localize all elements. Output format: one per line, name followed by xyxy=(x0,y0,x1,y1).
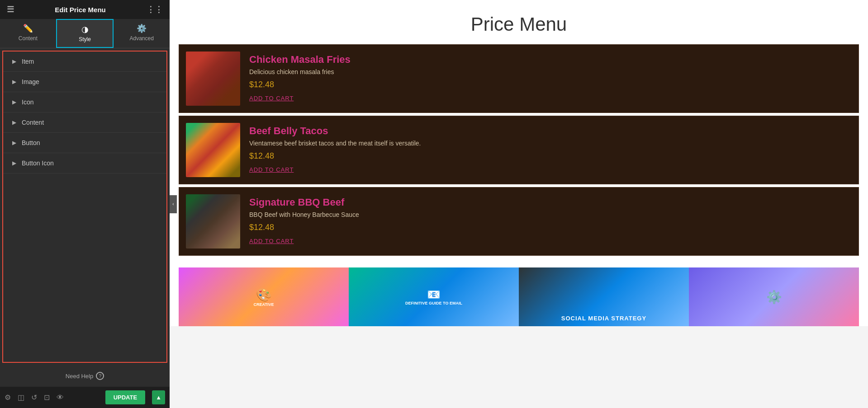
menu-item-desc-3: BBQ Beef with Honey Barbecue Sauce xyxy=(249,211,852,218)
section-button-icon[interactable]: ▶ Button Icon xyxy=(3,153,166,174)
section-arrow-button-icon: ▶ xyxy=(12,160,16,166)
menu-item-info-3: Signature BBQ Beef BBQ Beef with Honey B… xyxy=(249,194,852,247)
section-content[interactable]: ▶ Content xyxy=(3,113,166,133)
menu-item-image-1 xyxy=(186,52,240,106)
layers-bottom-icon[interactable]: ◫ xyxy=(18,393,24,402)
right-content: Price Menu Chicken Masala Fries Deliciou… xyxy=(170,0,868,408)
tab-style[interactable]: ◑ Style xyxy=(56,19,114,48)
add-to-cart-btn-3[interactable]: ADD TO CART xyxy=(249,238,294,244)
menu-item-info-1: Chicken Masala Fries Delicious chicken m… xyxy=(249,52,852,104)
panel-header: ☰ Edit Price Menu ⋮⋮ xyxy=(0,0,170,19)
tab-style-label: Style xyxy=(79,36,91,42)
menu-item-2: Beef Belly Tacos Vientamese beef brisket… xyxy=(179,116,859,184)
section-arrow-content: ▶ xyxy=(12,119,16,126)
menu-item: Chicken Masala Fries Delicious chicken m… xyxy=(179,44,859,113)
tab-advanced[interactable]: ⚙️ Advanced xyxy=(114,19,170,48)
thumbnail-4[interactable]: ⚙️ xyxy=(689,267,859,326)
left-panel: ☰ Edit Price Menu ⋮⋮ ✏️ Content ◑ Style … xyxy=(0,0,170,408)
section-image-label: Image xyxy=(22,78,39,85)
section-image[interactable]: ▶ Image xyxy=(3,72,166,92)
add-to-cart-btn-2[interactable]: ADD TO CART xyxy=(249,166,294,173)
thumbnail-1[interactable]: 🎨 CREATIVE xyxy=(179,267,349,326)
responsive-bottom-icon[interactable]: ⊡ xyxy=(44,393,50,402)
help-circle-icon[interactable]: ? xyxy=(96,372,104,380)
menu-item-price-1: $12.48 xyxy=(249,80,852,89)
settings-bottom-icon[interactable]: ⚙ xyxy=(5,393,11,402)
section-item-label: Item xyxy=(22,58,34,65)
menu-item-price-3: $12.48 xyxy=(249,223,852,232)
collapse-handle[interactable]: ‹ xyxy=(170,195,177,213)
update-arrow-button[interactable]: ▲ xyxy=(152,390,165,404)
tab-content-label: Content xyxy=(19,35,38,42)
section-arrow-icon: ▶ xyxy=(12,99,16,105)
history-bottom-icon[interactable]: ↺ xyxy=(31,393,37,402)
panel-footer: Need Help ? xyxy=(0,365,170,387)
section-icon[interactable]: ▶ Icon xyxy=(3,92,166,113)
update-button[interactable]: UPDATE xyxy=(105,390,145,404)
menu-item-title-3: Signature BBQ Beef xyxy=(249,197,852,208)
preview-bottom-icon[interactable]: 👁 xyxy=(57,394,64,402)
panel-sections: ▶ Item ▶ Image ▶ Icon ▶ Content ▶ Button… xyxy=(2,51,167,363)
menu-item-image-2 xyxy=(186,123,240,177)
section-button[interactable]: ▶ Button xyxy=(3,133,166,153)
menu-item-title-1: Chicken Masala Fries xyxy=(249,54,852,66)
grid-icon[interactable]: ⋮⋮ xyxy=(147,5,163,14)
tab-advanced-label: Advanced xyxy=(129,35,153,42)
content-tab-icon: ✏️ xyxy=(23,23,33,33)
menu-item-desc-1: Delicious chicken masala fries xyxy=(249,68,852,75)
panel-tabs: ✏️ Content ◑ Style ⚙️ Advanced xyxy=(0,19,170,48)
advanced-tab-icon: ⚙️ xyxy=(137,23,147,33)
section-arrow-image: ▶ xyxy=(12,79,16,85)
section-button-label: Button xyxy=(22,139,40,146)
style-tab-icon: ◑ xyxy=(81,24,89,34)
thumbnail-2[interactable]: 📧 DEFINITIVE GUIDE TO EMAIL xyxy=(349,267,519,326)
section-arrow-item: ▶ xyxy=(12,58,16,65)
section-arrow-button: ▶ xyxy=(12,140,16,146)
menu-item-title-2: Beef Belly Tacos xyxy=(249,125,852,137)
menu-container: Chicken Masala Fries Delicious chicken m… xyxy=(170,44,868,267)
tab-content[interactable]: ✏️ Content xyxy=(0,19,56,48)
menu-item-3: Signature BBQ Beef BBQ Beef with Honey B… xyxy=(179,187,859,256)
panel-bottom-bar: ⚙ ◫ ↺ ⊡ 👁 UPDATE ▲ xyxy=(0,387,170,408)
section-item[interactable]: ▶ Item xyxy=(3,52,166,72)
section-button-icon-label: Button Icon xyxy=(22,159,54,167)
need-help-text: Need Help xyxy=(66,373,93,380)
thumbnail-3-label: SOCIAL MEDIA STRATEGY xyxy=(523,315,684,322)
section-icon-label: Icon xyxy=(22,98,33,106)
section-content-label: Content xyxy=(22,119,44,126)
thumbnail-3[interactable]: SOCIAL MEDIA STRATEGY xyxy=(519,267,689,326)
hamburger-icon[interactable]: ☰ xyxy=(7,5,14,14)
page-title: Price Menu xyxy=(170,0,868,44)
thumbnails-row: 🎨 CREATIVE 📧 DEFINITIVE GUIDE TO EMAIL S… xyxy=(170,267,868,326)
add-to-cart-btn-1[interactable]: ADD TO CART xyxy=(249,95,294,102)
menu-item-image-3 xyxy=(186,194,240,249)
menu-item-price-2: $12.48 xyxy=(249,151,852,161)
panel-title: Edit Price Menu xyxy=(14,6,147,14)
menu-item-desc-2: Vientamese beef brisket tacos and the me… xyxy=(249,140,852,147)
menu-item-info-2: Beef Belly Tacos Vientamese beef brisket… xyxy=(249,123,852,176)
